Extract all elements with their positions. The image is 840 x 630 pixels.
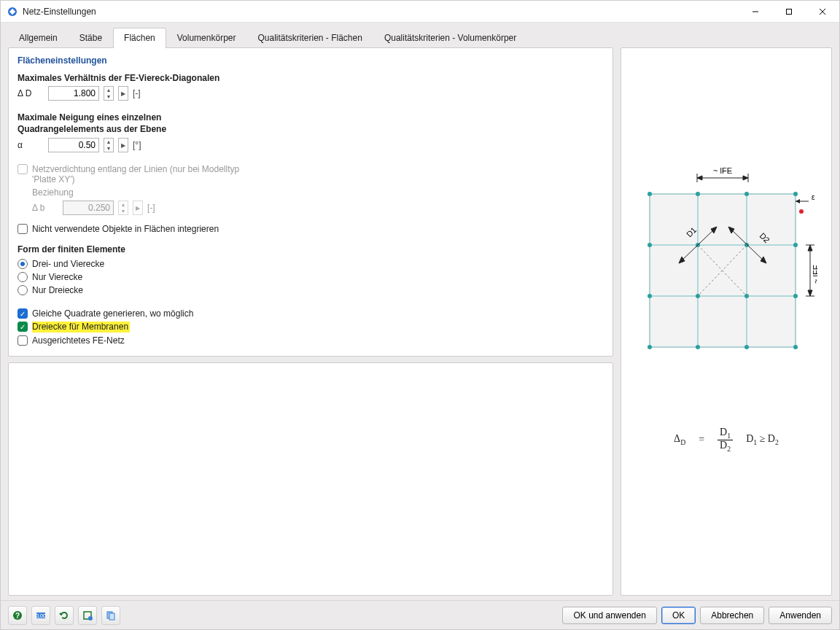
incl-symbol: α <box>18 140 44 150</box>
svg-marker-44 <box>796 199 800 203</box>
ratio-unit: [-] <box>133 88 141 98</box>
relation-label: Beziehung <box>32 187 604 198</box>
relation-spinner: ▲▼ <box>118 201 128 215</box>
incl-spinner[interactable]: ▲▼ <box>104 138 114 152</box>
tab-flaechen[interactable]: Flächen <box>113 28 166 48</box>
app-icon <box>7 6 18 18</box>
apply-button[interactable]: Anwenden <box>769 607 832 624</box>
svg-point-19 <box>744 192 749 196</box>
relation-menu-button: ▶ <box>133 201 143 215</box>
ratio-spinner[interactable]: ▲▼ <box>104 86 114 101</box>
svg-point-17 <box>648 192 652 196</box>
surface-settings-panel: Flächeneinstellungen Maximales Verhältni… <box>8 47 613 357</box>
tab-allgemein[interactable]: Allgemein <box>8 28 69 48</box>
close-button[interactable] <box>806 1 839 23</box>
cancel-button[interactable]: Abbrechen <box>700 607 764 624</box>
svg-text:?: ? <box>15 612 20 620</box>
svg-text:~ lFE: ~ lFE <box>713 166 732 175</box>
help-icon[interactable]: ? <box>8 606 27 625</box>
svg-marker-51 <box>808 290 812 296</box>
relation-unit: [-] <box>147 203 155 213</box>
incl-unit: [°] <box>133 140 141 150</box>
svg-point-24 <box>793 243 798 247</box>
ratio-label: Maximales Verhältnis der FE-Viereck-Diag… <box>18 73 604 83</box>
copy-icon[interactable] <box>101 606 120 625</box>
incl-menu-button[interactable]: ▶ <box>118 138 128 152</box>
ok-button[interactable]: OK <box>661 607 696 624</box>
tab-qk-volumenkoerper[interactable]: Qualitätskriterien - Volumenkörper <box>373 28 527 48</box>
svg-text:ε: ε <box>812 193 815 201</box>
svg-marker-50 <box>808 245 812 251</box>
svg-marker-57 <box>59 612 61 615</box>
minimize-button[interactable] <box>739 1 772 23</box>
refine-lines-checkbox <box>18 164 28 174</box>
svg-text:0,00: 0,00 <box>36 613 46 618</box>
svg-point-46 <box>799 209 804 214</box>
equal-squares-label: Gleiche Quadrate generieren, wo möglich <box>32 308 193 319</box>
ratio-symbol: Δ D <box>18 88 44 98</box>
section-heading: Flächeneinstellungen <box>18 55 604 66</box>
svg-point-28 <box>793 294 798 298</box>
mesh-diagram: ~ lFE <box>635 165 817 398</box>
maximize-button[interactable] <box>772 1 806 23</box>
svg-rect-3 <box>787 9 792 14</box>
tab-staebe[interactable]: Stäbe <box>69 28 113 48</box>
window-title: Netz-Einstellungen <box>23 7 96 17</box>
mapped-mesh-label: Ausgerichtetes FE-Netz <box>32 335 125 346</box>
refresh-icon[interactable] <box>55 606 74 625</box>
integrate-unused-checkbox[interactable] <box>18 224 28 234</box>
triangles-membranes-checkbox[interactable]: ✓ <box>18 322 28 332</box>
svg-point-32 <box>793 345 798 349</box>
svg-point-29 <box>648 345 652 349</box>
relation-input <box>63 201 114 215</box>
incl-label: Maximale Neigung eines einzelnen Quadran… <box>18 112 604 135</box>
equal-squares-checkbox[interactable]: ✓ <box>18 308 28 319</box>
tab-qk-flaechen[interactable]: Qualitätskriterien - Flächen <box>246 28 373 48</box>
svg-marker-9 <box>697 176 702 180</box>
relation-symbol: Δ b <box>32 203 58 213</box>
mapped-mesh-checkbox[interactable] <box>18 335 28 346</box>
svg-text:~ lFE: ~ lFE <box>812 265 817 284</box>
shape-radio-quad[interactable] <box>18 272 28 282</box>
shape-radio-tri-quad[interactable] <box>18 259 28 269</box>
lower-blank-panel <box>8 362 613 596</box>
shape-heading: Form der finiten Elemente <box>18 244 604 254</box>
shape-radio-tri[interactable] <box>18 285 28 295</box>
units-icon[interactable]: 0,00 <box>31 606 50 625</box>
formula: ΔD = D1D2 D1 ≥ D2 <box>674 427 779 452</box>
tabstrip: Allgemein Stäbe Flächen Volumenkörper Qu… <box>5 27 835 47</box>
incl-input[interactable] <box>48 138 99 152</box>
bottom-toolbar: ? 0,00 OK und anwenden OK Abbrechen Anwe… <box>1 600 839 629</box>
settings-icon[interactable] <box>78 606 97 625</box>
refine-lines-label: Netzverdichtung entlang der Linien (nur … <box>32 164 251 184</box>
svg-rect-61 <box>109 613 114 620</box>
integrate-unused-label: Nicht verwendete Objekte in Flächen inte… <box>32 224 219 234</box>
triangles-membranes-label: Dreiecke für Membranen <box>32 322 130 332</box>
ok-and-apply-button[interactable]: OK und anwenden <box>562 607 656 624</box>
svg-point-59 <box>88 616 93 621</box>
titlebar: Netz-Einstellungen <box>1 1 839 23</box>
svg-point-31 <box>744 345 749 349</box>
svg-point-30 <box>696 345 700 349</box>
tab-volumenkoerper[interactable]: Volumenkörper <box>166 28 247 48</box>
diagram-panel: ~ lFE <box>621 47 832 596</box>
svg-point-21 <box>648 243 652 247</box>
ratio-menu-button[interactable]: ▶ <box>118 86 128 101</box>
svg-marker-10 <box>743 176 748 180</box>
ratio-input[interactable] <box>48 86 99 101</box>
svg-point-18 <box>696 192 700 196</box>
svg-point-20 <box>793 192 798 196</box>
svg-point-25 <box>648 294 652 298</box>
